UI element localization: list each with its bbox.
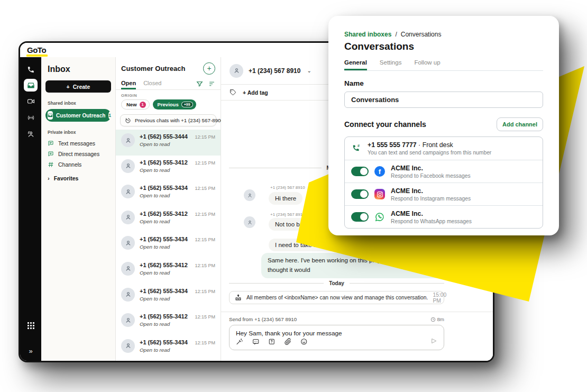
contact-avatar (121, 262, 135, 276)
add-tag-button[interactable]: + Add tag (243, 89, 268, 96)
whatsapp-channel-row: ACME Inc. Respond to WhatsApp messages (345, 205, 543, 228)
contact-avatar (121, 159, 135, 173)
compose-area: Send from +1 (234) 567 8910 8m Hey Sam, … (221, 312, 493, 361)
sort-icon[interactable] (208, 80, 215, 87)
conversation-list-item[interactable]: +1 (562) 555-3412 12:15 PM Open to read (116, 207, 221, 233)
survey-icon[interactable] (268, 338, 276, 345)
facebook-toggle[interactable] (351, 167, 369, 176)
conversation-list-item[interactable]: +1 (562) 555-3444 12:15 PM Open to read (116, 130, 221, 156)
contact-number: +1 (562) 555-3434 (140, 185, 188, 191)
previous-chats-filter-chip[interactable]: Previous chats with +1 (234) 567-8900 ✕ (120, 114, 216, 126)
contact-number: +1 (562) 555-3412 (140, 211, 188, 217)
attachment-icon[interactable] (285, 338, 292, 345)
conversation-list-item[interactable]: +1 (562) 555-3434 12:15 PM Open to read (116, 181, 221, 207)
inbox-icon[interactable] (24, 79, 38, 92)
contact-number: +1 (562) 555-3412 (140, 313, 188, 320)
system-message-time: 15:00 PM (433, 292, 446, 304)
apps-grid-icon[interactable] (24, 318, 38, 332)
send-button[interactable] (430, 337, 437, 347)
create-button[interactable]: + Create (45, 80, 111, 93)
previous-count-badge: +99 (181, 102, 193, 107)
instagram-toggle[interactable] (351, 189, 369, 199)
tag-icon (230, 89, 236, 96)
phone-number-icon: # (351, 143, 362, 154)
tab-closed[interactable]: Closed (143, 78, 161, 89)
tab-settings[interactable]: Settings (380, 59, 402, 70)
conversation-status: Open to read (140, 321, 215, 327)
sidebar-item-customer-outreach[interactable]: Customer Outreach 1 (45, 109, 111, 122)
tab-general[interactable]: General (344, 59, 367, 70)
conversation-list-item[interactable]: +1 (562) 555-3412 12:15 PM Open to read (116, 156, 221, 181)
whatsapp-toggle[interactable] (351, 212, 369, 222)
conversation-tabs: Open Closed (116, 78, 221, 90)
conversation-time: 12:15 PM (195, 237, 215, 242)
contact-avatar (121, 339, 135, 353)
filter-icon[interactable] (196, 80, 203, 87)
sidebar-item-direct-messages[interactable]: Direct messages (45, 149, 111, 159)
broadcast-icon[interactable] (24, 111, 38, 124)
contact-center-icon[interactable] (24, 127, 38, 141)
tab-open[interactable]: Open (121, 78, 136, 89)
conversation-status: Open to read (140, 167, 215, 173)
favorites-toggle[interactable]: › Favorites (48, 175, 109, 181)
add-channel-button[interactable]: Add channel (497, 117, 543, 131)
emoji-icon[interactable] (300, 338, 308, 345)
name-input[interactable] (344, 92, 543, 108)
outgoing-message: Same here. I've been working on this pro… (261, 253, 464, 278)
person-icon (125, 188, 132, 195)
conversation-list-item[interactable]: +1 (562) 555-3434 12:15 PM Open to read (116, 284, 221, 310)
person-icon (125, 214, 132, 221)
sidebar-item-text-messages[interactable]: Text messages (45, 138, 111, 149)
breadcrumb-shared-inboxes[interactable]: Shared inboxes (344, 31, 391, 38)
incoming-message: I need to take a break f (269, 239, 344, 251)
conversation-status: Open to read (140, 296, 215, 302)
conversation-time: 12:15 PM (195, 289, 215, 294)
origin-filter-label: ORIGIN (121, 93, 215, 98)
video-icon[interactable] (24, 94, 38, 108)
chip-previous[interactable]: Previous +99 (153, 99, 196, 110)
history-icon (125, 117, 131, 124)
tab-follow-up[interactable]: Follow up (414, 59, 440, 70)
conversation-list-item[interactable]: +1 (562) 555-3434 12:15 PM Open to read (116, 232, 221, 258)
inbox-tray-icon (48, 111, 53, 120)
contact-number: +1 (562) 555-3444 (140, 133, 188, 140)
chat-icon (48, 151, 54, 157)
message-sender-label: +1 (234) 567 8910 (270, 185, 305, 190)
conversations-settings-card: Shared inboxes / Conversations Conversat… (328, 16, 559, 235)
contact-number: +1 (562) 555-3412 (140, 262, 188, 268)
ai-compose-icon[interactable] (236, 338, 243, 345)
person-icon (247, 193, 253, 198)
person-icon (247, 220, 253, 225)
connect-channels-title: Connect your channels (344, 120, 426, 129)
person-icon (125, 162, 132, 169)
settings-tabs: General Settings Follow up (344, 59, 543, 71)
sidebar-item-channels[interactable]: Channels (45, 159, 111, 170)
conversation-list-item[interactable]: +1 (562) 555-3434 12:15 PM Open to read (116, 335, 221, 361)
breadcrumb: Shared inboxes / Conversations (344, 31, 543, 38)
phone-channel-row: # +1 555 555 7777 · Front desk You can t… (345, 137, 543, 160)
conversation-status: Open to read (140, 218, 215, 224)
channel-name: ACME Inc. (391, 210, 472, 217)
phone-icon[interactable] (24, 62, 38, 76)
chip-new[interactable]: New 1 (121, 99, 150, 110)
channel-description: Respond to Instagram messages (391, 196, 471, 202)
send-from-label[interactable]: Send from +1 (234) 567 8910 (229, 316, 297, 322)
new-conversation-button[interactable]: + (203, 62, 215, 75)
chevron-down-icon[interactable]: ⌄ (307, 68, 311, 74)
conversation-list-item[interactable]: +1 (562) 555-3412 12:15 PM Open to read (116, 309, 221, 335)
message-sender-label: +1 (234) 567 8910 (270, 212, 305, 217)
conversation-status: Open to read (140, 141, 215, 147)
chat-contact-name[interactable]: +1 (234) 567 8910 (249, 67, 300, 75)
conversation-list-item[interactable]: +1 (562) 555-3412 12:15 PM Open to read (116, 258, 221, 284)
system-message: All members of <inboxName> can now view … (229, 291, 444, 304)
contact-avatar (121, 288, 135, 302)
contact-number: +1 (562) 555-3412 (140, 159, 188, 166)
draft-text[interactable]: Hey Sam, thank you for your message (236, 330, 437, 337)
message-timer: 8m (430, 316, 444, 322)
expand-rail-icon[interactable]: » (29, 348, 32, 354)
conversation-time: 12:15 PM (195, 314, 215, 320)
date-divider-today: Today (229, 280, 444, 286)
channels-card: # +1 555 555 7777 · Front desk You can t… (344, 136, 543, 229)
saved-replies-icon[interactable] (252, 338, 260, 345)
message-input[interactable]: Hey Sam, thank you for your message (229, 325, 444, 350)
